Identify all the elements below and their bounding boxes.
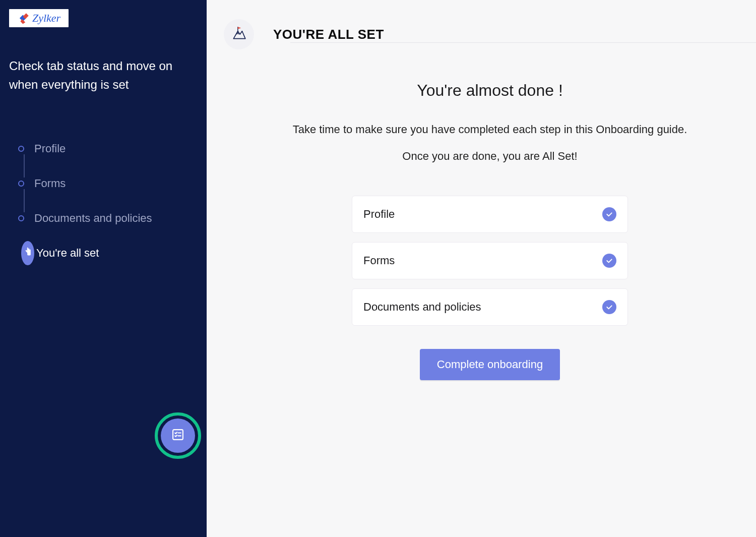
hand-icon (23, 247, 33, 259)
step-marker (9, 215, 34, 221)
step-dot-icon (18, 215, 24, 221)
sidebar-step-profile[interactable]: Profile (9, 131, 198, 166)
brand-name: Zylker (32, 12, 60, 25)
step-dot-icon (18, 146, 24, 152)
mountain-flag-icon (230, 25, 247, 44)
page-header: YOU'RE ALL SET (224, 19, 756, 49)
checklist-item-label: Profile (363, 208, 395, 221)
sidebar-step-documents[interactable]: Documents and policies (9, 201, 198, 235)
checklist-icon (171, 428, 185, 444)
step-label: You're all set (36, 247, 99, 260)
brand-logo-mark (17, 12, 30, 25)
step-label: Forms (34, 177, 66, 190)
step-dot-icon (18, 181, 24, 187)
checklist: Profile Forms Documents and policies (352, 196, 628, 326)
summary-heading: You're almost done ! (224, 81, 756, 100)
checklist-item-documents[interactable]: Documents and policies (352, 288, 628, 326)
checklist-item-profile[interactable]: Profile (352, 196, 628, 233)
check-complete-icon (602, 207, 616, 221)
checklist-item-forms[interactable]: Forms (352, 242, 628, 279)
sidebar-title: Check tab status and move on when everyt… (9, 56, 198, 94)
checklist-item-label: Forms (363, 254, 395, 267)
sidebar-step-all-set[interactable]: You're all set (9, 235, 198, 270)
summary-text-1: Take time to make sure you have complete… (224, 122, 756, 138)
app-root: Zylker Check tab status and move on when… (0, 0, 756, 537)
check-complete-icon (602, 254, 616, 268)
checklist-item-label: Documents and policies (363, 301, 481, 314)
step-label: Profile (34, 142, 66, 155)
step-label: Documents and policies (34, 212, 152, 225)
sidebar-step-forms[interactable]: Forms (9, 166, 198, 201)
complete-onboarding-button[interactable]: Complete onboarding (420, 349, 560, 380)
sidebar: Zylker Check tab status and move on when… (0, 0, 207, 537)
checklist-fab[interactable] (155, 412, 201, 459)
header-divider (290, 42, 756, 43)
step-marker (9, 146, 34, 152)
svg-rect-0 (173, 430, 183, 440)
fab-button[interactable] (161, 419, 195, 453)
step-marker (9, 181, 34, 187)
summary-block: You're almost done ! Take time to make s… (224, 81, 756, 164)
cta-wrap: Complete onboarding (224, 349, 756, 380)
brand-logo: Zylker (9, 9, 69, 27)
hero-icon-circle (224, 19, 254, 49)
check-complete-icon (602, 300, 616, 314)
fab-highlight-ring (155, 412, 201, 459)
sidebar-steps: Profile Forms Documents and policies (9, 131, 198, 270)
active-step-badge (21, 241, 34, 265)
main-inner: YOU'RE ALL SET You're almost done ! Take… (207, 19, 756, 380)
page-title: YOU'RE ALL SET (273, 27, 384, 42)
summary-text-2: Once you are done, you are All Set! (224, 149, 756, 164)
step-marker (9, 241, 34, 265)
main-panel: YOU'RE ALL SET You're almost done ! Take… (207, 0, 756, 537)
